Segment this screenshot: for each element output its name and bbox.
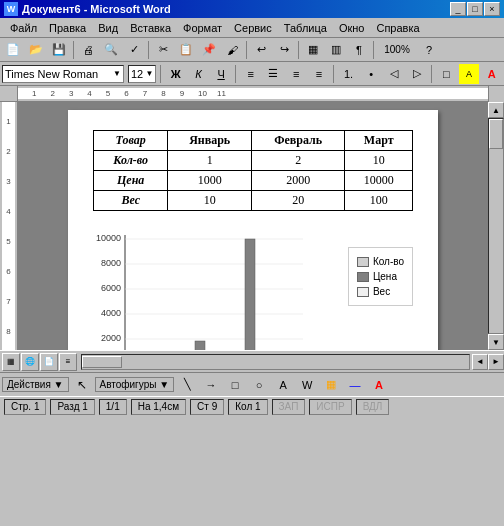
legend-cena-label: Цена <box>373 271 397 282</box>
autoshapes-label: Автофигуры ▼ <box>100 379 170 390</box>
align-center-button[interactable]: ☰ <box>263 64 284 84</box>
new-button[interactable]: 📄 <box>2 40 24 60</box>
help-button[interactable]: ? <box>418 40 440 60</box>
cell-ves-jan: 10 <box>168 191 252 211</box>
legend-cena-box <box>357 272 369 282</box>
menu-format[interactable]: Формат <box>177 20 228 36</box>
status-vdl: ВДЛ <box>356 399 390 415</box>
cell-ves-feb: 20 <box>251 191 344 211</box>
view-normal-button[interactable]: ▦ <box>2 353 20 371</box>
line-color-button[interactable]: — <box>344 375 366 395</box>
autoshapes-dropdown[interactable]: Автофигуры ▼ <box>95 377 175 392</box>
underline-button[interactable]: Ч <box>211 64 232 84</box>
vertical-ruler: 12345678 <box>0 102 18 350</box>
show-hide-button[interactable]: ¶ <box>348 40 370 60</box>
open-button[interactable]: 📂 <box>25 40 47 60</box>
copy-button[interactable]: 📋 <box>175 40 197 60</box>
table-row-kolvo: Кол-во 1 2 10 <box>94 151 413 171</box>
label-ves: Вес <box>94 191 168 211</box>
rectangle-tool-button[interactable]: □ <box>224 375 246 395</box>
status-zap: ЗАП <box>272 399 306 415</box>
font-name-dropdown[interactable]: Times New Roman ▼ <box>2 65 124 83</box>
cut-button[interactable]: ✂ <box>152 40 174 60</box>
page-navigation: ▦ 🌐 📄 ≡ <box>0 353 79 371</box>
oval-tool-button[interactable]: ○ <box>248 375 270 395</box>
bullets-button[interactable]: • <box>361 64 382 84</box>
font-name-label: Times New Roman <box>5 68 113 80</box>
menu-edit[interactable]: Правка <box>43 20 92 36</box>
spellcheck-button[interactable]: ✓ <box>123 40 145 60</box>
h-scroll-thumb[interactable] <box>82 356 122 368</box>
paste-button[interactable]: 📌 <box>198 40 220 60</box>
h-scroll-right[interactable]: ► <box>488 354 504 370</box>
save-button[interactable]: 💾 <box>48 40 70 60</box>
wordart-tool-button[interactable]: W <box>296 375 318 395</box>
drawing-toolbar: Действия ▼ ↖ Автофигуры ▼ ╲ → □ ○ A W ▦ … <box>0 372 504 396</box>
font-size-dropdown[interactable]: 12 ▼ <box>128 65 156 83</box>
numbering-button[interactable]: 1. <box>338 64 359 84</box>
line-tool-button[interactable]: ╲ <box>176 375 198 395</box>
fill-color-button[interactable]: ▦ <box>320 375 342 395</box>
border-button[interactable]: □ <box>436 64 457 84</box>
arrow-tool-button[interactable]: → <box>200 375 222 395</box>
align-left-button[interactable]: ≡ <box>240 64 261 84</box>
print-button[interactable]: 🖨 <box>77 40 99 60</box>
scroll-thumb-v[interactable] <box>489 119 503 149</box>
horizontal-scrollbar[interactable] <box>81 354 470 370</box>
svg-rect-20 <box>245 239 255 350</box>
italic-button[interactable]: К <box>188 64 209 84</box>
cell-kolvo-feb: 2 <box>251 151 344 171</box>
view-outline-button[interactable]: ≡ <box>59 353 77 371</box>
cell-ves-mar: 100 <box>345 191 413 211</box>
document-scroll-area[interactable]: Товар Январь Февраль Март Кол-во 1 2 10 … <box>18 102 488 350</box>
menu-help[interactable]: Справка <box>370 20 425 36</box>
scroll-up-button[interactable]: ▲ <box>488 102 504 118</box>
view-web-button[interactable]: 🌐 <box>21 353 39 371</box>
font-color-draw-button[interactable]: A <box>368 375 390 395</box>
format-painter-button[interactable]: 🖌 <box>221 40 243 60</box>
menu-service[interactable]: Сервис <box>228 20 278 36</box>
cell-cena-feb: 2000 <box>251 171 344 191</box>
h-scroll-left[interactable]: ◄ <box>472 354 488 370</box>
scroll-down-button[interactable]: ▼ <box>488 334 504 350</box>
data-table: Товар Январь Февраль Март Кол-во 1 2 10 … <box>93 130 413 211</box>
close-button[interactable]: × <box>484 2 500 16</box>
label-kolvo: Кол-во <box>94 151 168 171</box>
window-title: Документ6 - Microsoft Word <box>22 3 171 15</box>
svg-text:10000: 10000 <box>96 233 121 243</box>
table-button[interactable]: ▦ <box>302 40 324 60</box>
font-dropdown-arrow[interactable]: ▼ <box>113 69 121 78</box>
view-layout-button[interactable]: 📄 <box>40 353 58 371</box>
increase-indent-button[interactable]: ▷ <box>406 64 427 84</box>
font-size-arrow[interactable]: ▼ <box>145 69 153 78</box>
align-right-button[interactable]: ≡ <box>286 64 307 84</box>
menu-file[interactable]: Файл <box>4 20 43 36</box>
menu-bar: Файл Правка Вид Вставка Формат Сервис Та… <box>0 18 504 38</box>
justify-button[interactable]: ≡ <box>309 64 330 84</box>
actions-dropdown[interactable]: Действия ▼ <box>2 377 69 392</box>
format-toolbar: Times New Roman ▼ 12 ▼ Ж К Ч ≡ ☰ ≡ ≡ 1. … <box>0 62 504 86</box>
decrease-indent-button[interactable]: ◁ <box>384 64 405 84</box>
bold-button[interactable]: Ж <box>165 64 186 84</box>
cell-cena-mar: 10000 <box>345 171 413 191</box>
status-page-of: 1/1 <box>99 399 127 415</box>
highlight-button[interactable]: A <box>459 64 480 84</box>
scrollbar-corner <box>488 86 504 102</box>
menu-view[interactable]: Вид <box>92 20 124 36</box>
scroll-track-v[interactable] <box>488 118 504 334</box>
print-preview-button[interactable]: 🔍 <box>100 40 122 60</box>
legend-kolvo-label: Кол-во <box>373 256 404 267</box>
font-color-button[interactable]: A <box>481 64 502 84</box>
menu-insert[interactable]: Вставка <box>124 20 177 36</box>
textbox-tool-button[interactable]: A <box>272 375 294 395</box>
redo-button[interactable]: ↪ <box>273 40 295 60</box>
menu-window[interactable]: Окно <box>333 20 371 36</box>
maximize-button[interactable]: □ <box>467 2 483 16</box>
undo-button[interactable]: ↩ <box>250 40 272 60</box>
select-tool-button[interactable]: ↖ <box>71 375 93 395</box>
minimize-button[interactable]: _ <box>450 2 466 16</box>
menu-table[interactable]: Таблица <box>278 20 333 36</box>
columns-button[interactable]: ▥ <box>325 40 347 60</box>
ruler-corner <box>0 86 18 102</box>
font-size-label: 12 <box>131 68 146 80</box>
